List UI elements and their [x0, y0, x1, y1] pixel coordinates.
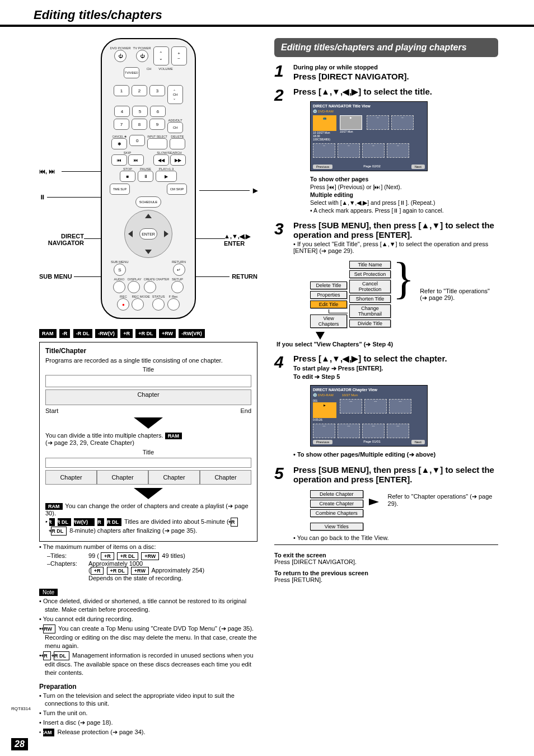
num-9[interactable]: 9 [149, 119, 165, 130]
ram-order-text: RAM You can change the order of chapters… [45, 503, 251, 516]
menu-create-chapter[interactable]: Create Chapter [310, 500, 363, 508]
num-8[interactable]: 8 [132, 119, 147, 130]
sub-menu-button[interactable]: S [114, 264, 126, 276]
cancel-button[interactable]: ✱ [111, 138, 127, 149]
menu-view-chapters[interactable]: View Chapters [310, 314, 347, 328]
status-button[interactable] [152, 298, 165, 311]
exit-text: Press [DIRECT NAVIGATOR]. [274, 558, 357, 565]
next-button[interactable]: Next [411, 165, 425, 169]
play-button[interactable]: ▶ [156, 171, 177, 182]
page-header: Editing titles/chapters [0, 6, 534, 27]
label-play: ▶ [253, 187, 257, 194]
tag-plus-rw: +RW [159, 329, 176, 338]
prev-button[interactable]: Previous [313, 165, 332, 169]
num-5[interactable]: 5 [132, 106, 148, 117]
thumb-4[interactable]: -- [391, 115, 414, 130]
thumb-7[interactable]: -- [362, 143, 385, 158]
num-6[interactable]: 6 [150, 106, 166, 117]
cthumb-8[interactable]: --- [387, 424, 409, 438]
cthumb-2[interactable]: --- [340, 399, 362, 414]
chapter-thumb-1[interactable]: ▶ [313, 402, 336, 418]
menu-delete-title[interactable]: Delete Title [310, 281, 347, 289]
step2-text: Press [▲,▼,◀,▶] to select the title. [293, 87, 498, 97]
thumb-8[interactable]: -- [387, 143, 409, 158]
num-1[interactable]: 1 [114, 85, 129, 96]
num-7[interactable]: 7 [114, 119, 129, 130]
setup-button[interactable] [171, 281, 184, 293]
display-button[interactable] [128, 281, 140, 293]
slow-rev-button[interactable]: ◀◀ [153, 154, 169, 166]
dvd-power-button[interactable]: ⏻ [114, 50, 127, 62]
thumb-selected[interactable]: 📺 [313, 115, 336, 131]
thumb-5[interactable]: -- [313, 143, 335, 158]
enter-button[interactable]: ENTER [139, 228, 157, 240]
cthumb-6[interactable]: --- [338, 424, 360, 438]
num-4[interactable]: 4 [114, 106, 130, 117]
menu-properties[interactable]: Properties [310, 291, 347, 299]
tvvideo-button[interactable]: TV/VIDEO [124, 67, 139, 78]
prev-button-2[interactable]: Previous [313, 440, 332, 444]
skip-next-button[interactable]: ⏭ [128, 154, 144, 166]
chapters-row: –Chapters: Approximately 1000 (+R +R DL … [47, 560, 257, 581]
return-button[interactable]: ↵ [173, 264, 185, 276]
frec-button[interactable] [167, 298, 180, 311]
volume-button[interactable]: +− [171, 46, 187, 65]
input-select-button[interactable] [147, 138, 167, 149]
step5-text: Press [SUB MENU], then press [▲,▼] to se… [293, 465, 498, 484]
step-2: 2 Press [▲,▼,◀,▶] to select the title. D… [274, 87, 498, 215]
num-2[interactable]: 2 [132, 85, 147, 96]
rec-button[interactable]: ● [117, 298, 129, 311]
tv-power-button[interactable]: ⏻ [136, 50, 148, 62]
note-2: • You cannot edit during recording. [39, 615, 257, 623]
cthumb-4[interactable]: --- [389, 399, 411, 414]
down-arrow-icon[interactable] [145, 250, 152, 254]
audio-button[interactable] [113, 281, 125, 293]
tag-ram-inline-2: RAM [45, 503, 63, 510]
num-3[interactable]: 3 [149, 85, 165, 96]
delete-button[interactable] [170, 138, 185, 149]
ch-up-down[interactable]: ⌃⌄ [153, 46, 169, 65]
stop-button[interactable]: ■ [120, 171, 135, 182]
step3-text: Press [SUB MENU], then press [▲,▼] to se… [293, 220, 498, 240]
nav-ring[interactable]: ENTER [124, 210, 172, 258]
menu-shorten-title[interactable]: Shorten Title [349, 295, 391, 303]
menu-combine-chapters[interactable]: Combine Chapters [310, 509, 363, 517]
add-dlt-button[interactable]: CH [167, 122, 183, 133]
return-heading: To return to the previous screen [274, 570, 368, 576]
ch-button[interactable]: ⌃CH⌄ [167, 85, 183, 104]
thumb-2[interactable]: ▶ [340, 115, 362, 130]
menu-cancel-protection[interactable]: Cancel Protection [349, 280, 391, 293]
schedule-button[interactable]: SCHEDULE [135, 196, 161, 208]
left-arrow-icon[interactable] [128, 231, 133, 237]
menu-delete-chapter[interactable]: Delete Chapter [310, 490, 363, 498]
chapter-cell-2: Chapter [97, 470, 148, 485]
thumb-6[interactable]: -- [338, 143, 360, 158]
pause-button[interactable]: ⏸ [138, 171, 153, 182]
cm-skip-button[interactable]: CM SKIP [167, 184, 187, 195]
menu-view-titles[interactable]: View Titles [310, 523, 363, 530]
create-chapter-button[interactable] [144, 281, 156, 293]
menu-set-protection[interactable]: Set Protection [349, 270, 391, 278]
step-num-5: 5 [274, 465, 293, 542]
cthumb-5[interactable]: --- [313, 424, 335, 438]
menu-divide-title[interactable]: Divide Title [349, 320, 391, 327]
right-header: Editing titles/chapters and playing chap… [274, 38, 498, 57]
next-button-2[interactable]: Next [411, 440, 425, 444]
cthumb-7[interactable]: --- [362, 424, 385, 438]
slow-fwd-button[interactable]: ▶▶ [170, 154, 186, 166]
step-num-2: 2 [274, 87, 293, 215]
thumb-3[interactable]: -- [367, 115, 389, 130]
right-arrow-icon[interactable] [164, 231, 168, 237]
cthumb-3[interactable]: --- [364, 399, 387, 414]
arrow-down-icon-2 [134, 488, 163, 499]
menu-title-name[interactable]: Title Name [349, 261, 391, 269]
menu-change-thumbnail[interactable]: Change Thumbnail [349, 304, 391, 318]
time-slip-button[interactable]: TIME SLIP [110, 184, 130, 195]
skip-prev-button[interactable]: ⏮ [111, 154, 127, 166]
up-arrow-icon[interactable] [145, 214, 152, 218]
menu-edit-title[interactable]: Edit Title [310, 300, 347, 308]
rec-mode-button[interactable] [132, 298, 144, 311]
label-direct-navigator: DIRECT NAVIGATOR [39, 233, 84, 246]
menu-ref: Refer to "Title operations" (➔ page 29). [420, 288, 498, 302]
num-0[interactable]: 0 [129, 135, 145, 146]
